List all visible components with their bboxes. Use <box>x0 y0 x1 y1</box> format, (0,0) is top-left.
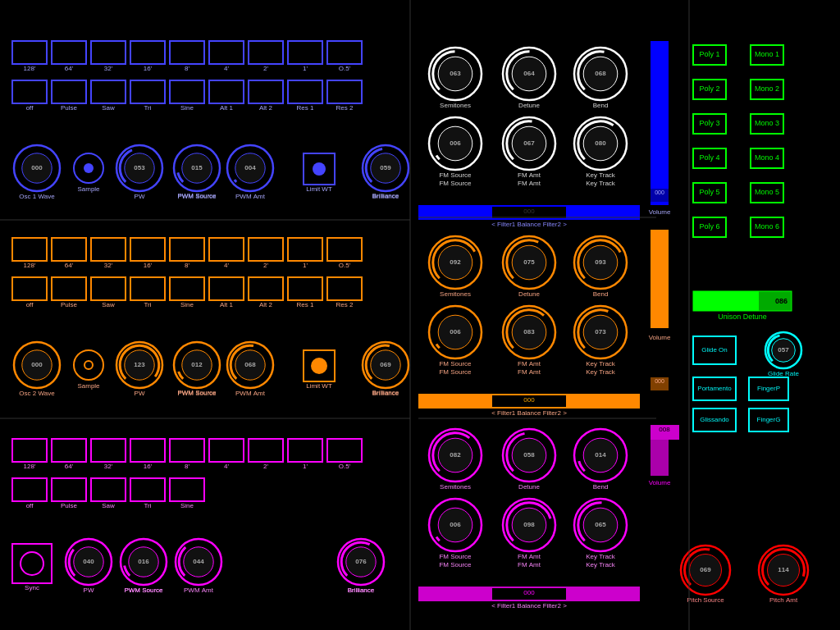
right-panel <box>693 0 840 630</box>
filter3-section <box>418 422 640 619</box>
page-title <box>0 0 1 1</box>
filter1-section <box>418 41 640 238</box>
osc1-section <box>12 41 418 230</box>
osc3-section <box>12 439 418 628</box>
osc2-section <box>12 238 418 427</box>
filter2-section <box>418 230 640 427</box>
